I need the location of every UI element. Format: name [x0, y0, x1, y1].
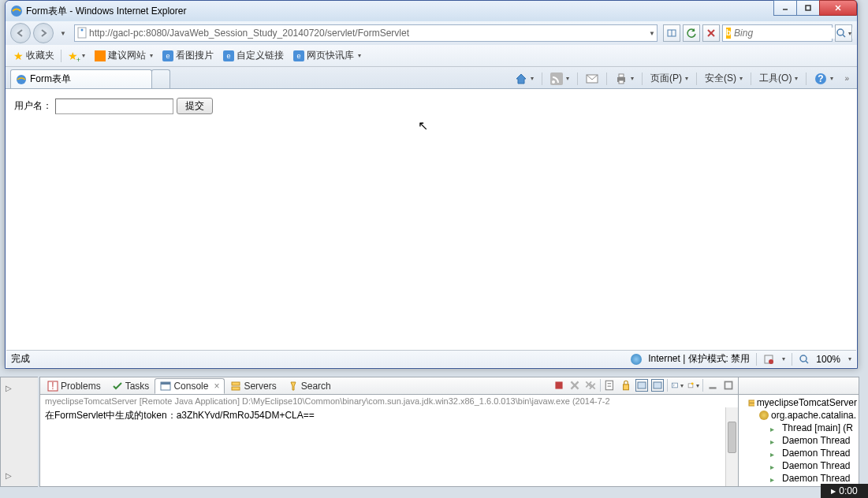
tab-search[interactable]: Search — [282, 378, 337, 394]
tools-menu[interactable]: 工具(O)▾ — [756, 70, 801, 87]
print-button[interactable]: ▾ — [612, 71, 637, 87]
address-bar[interactable]: ▼ — [74, 24, 658, 42]
display-button[interactable]: ▾ — [671, 379, 684, 392]
maximize-button[interactable] — [796, 0, 820, 16]
clear-console-button[interactable] — [604, 379, 617, 392]
compat-button[interactable] — [663, 24, 680, 42]
console-icon — [160, 381, 171, 392]
minimize-view-button[interactable] — [706, 379, 719, 392]
tree-catalina[interactable]: org.apache.catalina. — [739, 409, 859, 422]
e-icon: e — [162, 50, 173, 61]
servers-icon — [230, 381, 241, 392]
remove-launch-button[interactable] — [568, 379, 581, 392]
home-icon — [515, 72, 527, 85]
remove-all-button[interactable] — [584, 379, 597, 392]
ie-icon — [10, 5, 23, 17]
orange-icon — [95, 50, 106, 61]
tree-daemon[interactable]: Daemon Thread — [739, 459, 859, 472]
zone-text: Internet | 保护模式: 禁用 — [648, 352, 750, 366]
taskbar-time[interactable]: 0:00 — [821, 484, 868, 498]
search-button[interactable]: ▾ — [835, 24, 852, 42]
maximize-view-button[interactable] — [722, 379, 735, 392]
gear-icon — [759, 411, 769, 420]
debug-tree: myeclipseTomcatServer org.apache.catalin… — [739, 395, 859, 486]
svg-text:!: ! — [51, 381, 54, 392]
back-button[interactable] — [10, 23, 31, 43]
svg-rect-18 — [619, 74, 624, 77]
stop-button[interactable] — [702, 24, 720, 42]
ie-window: Form表单 - Windows Internet Explorer ▼ ▼ b… — [5, 0, 858, 369]
page-content: 用户名： 提交 — [6, 90, 856, 349]
tree-server[interactable]: myeclipseTomcatServer — [739, 396, 859, 409]
gutter-arrow-icon[interactable]: ▷ — [6, 384, 12, 392]
scrollbar[interactable] — [725, 407, 738, 486]
add-fav-button[interactable]: ★+▾ — [65, 48, 88, 64]
zoom-icon[interactable] — [799, 354, 810, 365]
open-console-button[interactable]: ▾ — [687, 379, 699, 392]
help-button[interactable]: ?▾ — [811, 71, 836, 87]
feeds-button[interactable]: ▾ — [547, 71, 572, 87]
home-button[interactable]: ▾ — [512, 71, 537, 87]
mail-button[interactable] — [583, 71, 602, 87]
e-icon: e — [293, 50, 304, 61]
suggested-sites[interactable]: 建议网站▾ — [91, 47, 156, 64]
svg-rect-39 — [605, 381, 613, 389]
tree-daemon[interactable]: Daemon Thread — [739, 447, 859, 459]
navbar: ▼ ▼ b ▾ — [6, 21, 857, 45]
url-input[interactable] — [89, 28, 647, 39]
favorites-button[interactable]: ★收藏夹 — [10, 47, 58, 64]
zoom-dropdown[interactable]: ▾ — [848, 355, 851, 362]
image-search-link[interactable]: e看图搜片 — [159, 47, 217, 64]
gutter-arrow-icon[interactable]: ▷ — [6, 471, 12, 480]
chevron-button[interactable]: » — [841, 72, 852, 84]
pin-console-button[interactable] — [651, 379, 664, 392]
console-tabs: !Problems Tasks Console× Servers Search … — [40, 377, 738, 395]
forward-button[interactable] — [33, 23, 54, 43]
tab-bar: Form表单 ▾ ▾ ▾ 页面(P)▾ 安全(S)▾ 工具(O)▾ ?▾ » — [6, 67, 857, 89]
tab-tasks[interactable]: Tasks — [106, 378, 155, 394]
help-icon: ? — [814, 72, 827, 85]
minimize-button[interactable] — [773, 0, 797, 16]
star-add-icon: ★+ — [68, 50, 78, 62]
safety-menu[interactable]: 安全(S)▾ — [702, 70, 746, 87]
custom-links[interactable]: e自定义链接 — [220, 47, 287, 64]
tab-problems[interactable]: !Problems — [42, 378, 106, 394]
url-dropdown-icon[interactable]: ▼ — [649, 30, 655, 37]
eclipse-gutter: ▷ ▷ — [0, 377, 38, 487]
refresh-button[interactable] — [683, 24, 700, 42]
form-row: 用户名： 提交 — [14, 98, 848, 114]
console-toolbar: ▾ ▾ — [553, 379, 735, 392]
page-menu[interactable]: 页面(P)▾ — [647, 70, 691, 87]
show-console-button[interactable] — [635, 379, 648, 392]
favorites-bar: ★收藏夹 ★+▾ 建议网站▾ e看图搜片 e自定义链接 e网页快讯库▾ — [6, 45, 857, 67]
tree-daemon[interactable]: Daemon Thread — [739, 472, 859, 485]
status-text: 完成 — [11, 352, 30, 366]
close-button[interactable] — [819, 0, 857, 16]
ie-tab-icon — [16, 74, 27, 85]
submit-button[interactable]: 提交 — [177, 98, 213, 114]
search-box[interactable]: b — [722, 24, 833, 42]
scrollbar-thumb[interactable] — [728, 422, 736, 453]
svg-rect-45 — [672, 383, 677, 388]
tab-console[interactable]: Console× — [155, 378, 225, 394]
protected-mode-icon[interactable] — [763, 354, 774, 365]
tab-servers[interactable]: Servers — [225, 378, 281, 394]
svg-rect-51 — [749, 403, 754, 406]
svg-rect-42 — [624, 385, 629, 390]
terminate-button[interactable] — [553, 379, 565, 392]
new-tab-button[interactable] — [151, 69, 170, 88]
svg-text:?: ? — [818, 73, 824, 84]
close-icon[interactable]: × — [214, 381, 219, 392]
username-input[interactable] — [55, 98, 173, 114]
svg-rect-32 — [555, 381, 562, 388]
tree-daemon[interactable]: Daemon Thread — [739, 434, 859, 447]
scroll-lock-button[interactable] — [620, 379, 632, 392]
tab-active[interactable]: Form表单 — [10, 69, 152, 88]
console-output[interactable]: 在FormServlet中生成的token：a3ZhKYvd/RmRoJ54DM… — [40, 407, 738, 486]
recent-dropdown[interactable]: ▼ — [56, 24, 69, 42]
tree-thread-main[interactable]: Thread [main] (R — [739, 422, 859, 434]
web-slice[interactable]: e网页快讯库▾ — [290, 47, 364, 64]
username-label: 用户名： — [14, 99, 52, 113]
mail-icon — [586, 72, 598, 85]
problems-icon: ! — [47, 381, 58, 392]
